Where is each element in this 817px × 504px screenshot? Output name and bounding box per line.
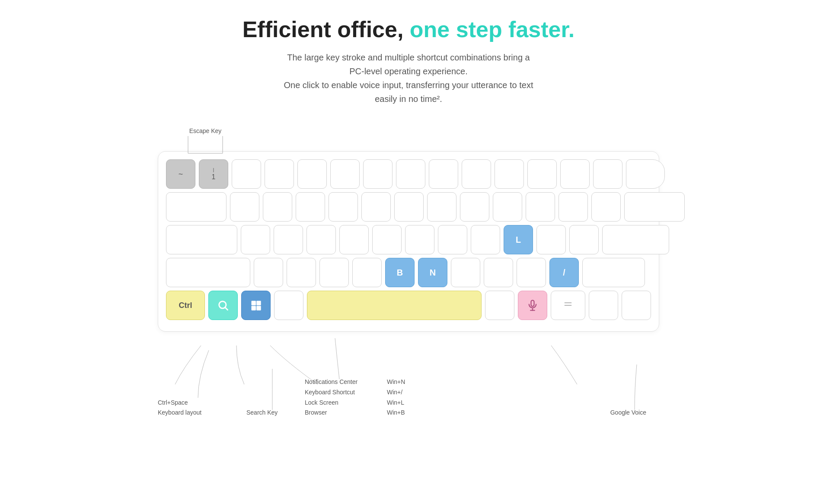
svg-rect-8 [256, 306, 261, 311]
subtitle: The large key stroke and multiple shortc… [284, 51, 533, 106]
annotation-notifications: Notifications Center Keyboard Shortcut L… [305, 377, 357, 418]
key-tab[interactable] [166, 192, 227, 222]
key-tilde[interactable]: ~ [166, 159, 195, 189]
annotation-voice: Google Voice [610, 408, 646, 418]
key-quote[interactable] [569, 225, 599, 254]
key-row-4: B N / [166, 258, 651, 287]
key-b-blue[interactable]: B [385, 258, 415, 287]
key-win[interactable] [241, 291, 271, 320]
svg-line-4 [225, 307, 227, 310]
key-equals[interactable] [560, 159, 590, 189]
key-alt[interactable] [274, 291, 303, 320]
key-3[interactable] [265, 159, 294, 189]
key-9[interactable] [462, 159, 491, 189]
notif-label2: Keyboard Shortcut [305, 387, 357, 398]
annotations-area: Ctrl+Space Keyboard layout Search Key No… [158, 336, 659, 422]
key-l-blue[interactable]: L [504, 225, 533, 254]
key-t[interactable] [361, 192, 391, 222]
key-w[interactable] [263, 192, 292, 222]
key-d[interactable] [306, 225, 336, 254]
svg-rect-7 [252, 306, 256, 311]
key-r[interactable] [329, 192, 358, 222]
key-u[interactable] [427, 192, 456, 222]
key-comma[interactable] [484, 258, 513, 287]
key-rshift[interactable] [582, 258, 645, 287]
key-x[interactable] [287, 258, 316, 287]
svg-rect-9 [531, 301, 534, 307]
key-8[interactable] [429, 159, 458, 189]
key-o[interactable] [493, 192, 522, 222]
shortcut-label4: Win+B [387, 408, 405, 418]
key-search[interactable] [208, 291, 238, 320]
escape-label: Escape Key [184, 127, 227, 158]
key-lshift[interactable] [166, 258, 250, 287]
shortcut-label3: Win+L [387, 398, 405, 408]
key-y[interactable] [394, 192, 424, 222]
key-slash-blue[interactable]: / [549, 258, 579, 287]
key-q[interactable] [230, 192, 259, 222]
key-s[interactable] [274, 225, 303, 254]
key-minus[interactable] [527, 159, 557, 189]
ctrl-label2: Keyboard layout [158, 408, 201, 418]
key-fn[interactable] [551, 291, 585, 320]
key-backspace[interactable] [626, 159, 665, 189]
key-enter[interactable] [624, 192, 685, 222]
key-i[interactable] [460, 192, 489, 222]
keyboard: ~ |1 [158, 151, 659, 332]
key-row-1: ~ |1 [166, 159, 651, 189]
page-title: Efficient office, one step faster. [243, 17, 575, 42]
key-5[interactable] [330, 159, 360, 189]
key-n-blue[interactable]: N [418, 258, 447, 287]
headline-accent: one step faster. [410, 17, 574, 42]
key-semicolon[interactable] [536, 225, 566, 254]
key-arrow-left[interactable] [589, 291, 618, 320]
key-k[interactable] [471, 225, 500, 254]
key-4[interactable] [297, 159, 327, 189]
shortcut-label1: Win+N [387, 377, 405, 387]
key-backslash[interactable] [593, 159, 622, 189]
key-c[interactable] [319, 258, 349, 287]
key-row-2 [166, 192, 651, 222]
key-2[interactable] [232, 159, 261, 189]
key-spacebar[interactable] [307, 291, 482, 320]
key-j[interactable] [438, 225, 467, 254]
key-enter2[interactable] [602, 225, 669, 254]
notif-label4: Browser [305, 408, 357, 418]
key-g[interactable] [372, 225, 402, 254]
key-v[interactable] [352, 258, 382, 287]
key-altgr[interactable] [485, 291, 514, 320]
svg-rect-6 [256, 301, 261, 306]
key-h[interactable] [405, 225, 434, 254]
svg-rect-5 [252, 301, 256, 306]
key-rbracket[interactable] [591, 192, 621, 222]
key-0[interactable] [495, 159, 524, 189]
key-arrow-right[interactable] [622, 291, 651, 320]
key-capslock[interactable] [166, 225, 237, 254]
annotation-ctrl: Ctrl+Space Keyboard layout [158, 398, 201, 418]
key-1[interactable]: |1 [199, 159, 228, 189]
annotation-search: Search Key [246, 408, 278, 418]
key-z[interactable] [254, 258, 283, 287]
key-p[interactable] [526, 192, 555, 222]
annotation-shortcuts: Win+N Win+/ Win+L Win+B [387, 377, 405, 418]
key-period[interactable] [517, 258, 546, 287]
key-ctrl[interactable]: Ctrl [166, 291, 205, 320]
notif-label3: Lock Screen [305, 398, 357, 408]
key-a[interactable] [241, 225, 270, 254]
key-e[interactable] [296, 192, 325, 222]
key-6[interactable] [363, 159, 393, 189]
keyboard-section: Escape Key ~ |1 [158, 127, 659, 422]
key-row-5: Ctrl [166, 291, 651, 320]
key-lbracket[interactable] [558, 192, 588, 222]
key-f[interactable] [339, 225, 369, 254]
key-7[interactable] [396, 159, 425, 189]
key-row-3: L [166, 225, 651, 254]
shortcut-label2: Win+/ [387, 387, 405, 398]
headline-part1: Efficient office, [243, 17, 404, 42]
key-m[interactable] [451, 258, 480, 287]
key-mic[interactable] [518, 291, 547, 320]
ctrl-label1: Ctrl+Space [158, 398, 201, 408]
